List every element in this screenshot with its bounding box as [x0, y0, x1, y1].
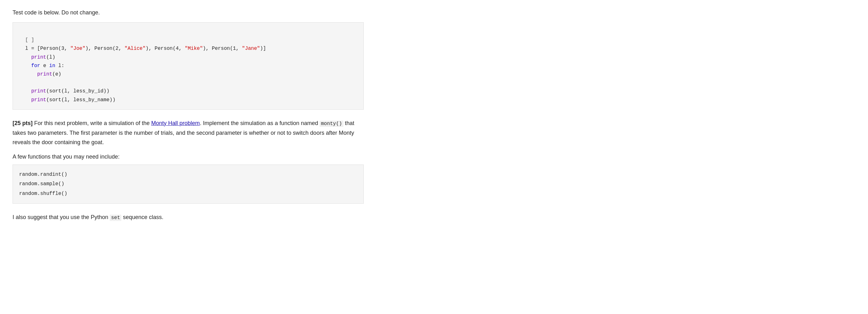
monty-code: monty()	[319, 121, 343, 127]
pts-label: [25 pts]	[12, 120, 33, 126]
suggest-text1: I also suggest that you use the Python	[12, 214, 110, 220]
suggest-text: I also suggest that you use the Python s…	[12, 213, 364, 222]
problem-section: [25 pts] For this next problem, write a …	[12, 119, 364, 147]
code-line-2: print(l) for e in l: print(e) print(sort…	[19, 55, 115, 103]
monty-hall-link[interactable]: Monty Hall problem	[151, 120, 200, 126]
functions-code-block: random.randint() random.sample() random.…	[12, 164, 364, 204]
function-item-2: random.sample()	[19, 179, 357, 189]
functions-intro: A few functions that you may need includ…	[12, 154, 364, 160]
code-cell: [ ] l = [Person(3, "Joe"), Person(2, "Al…	[12, 22, 364, 110]
intro-text: Test code is below. Do not change.	[12, 9, 364, 16]
set-code: set	[110, 215, 121, 221]
problem-text1: For this next problem, write a simulatio…	[33, 120, 151, 126]
function-item-1: random.randint()	[19, 170, 357, 179]
code-line-1: l = [Person(3, "Joe"), Person(2, "Alice"…	[25, 46, 266, 52]
cell-indicator: [ ]	[25, 36, 34, 44]
problem-text2: . Implement the simulation as a function…	[200, 120, 319, 126]
function-item-3: random.shuffle()	[19, 189, 357, 198]
suggest-text2: sequence class.	[121, 214, 163, 220]
